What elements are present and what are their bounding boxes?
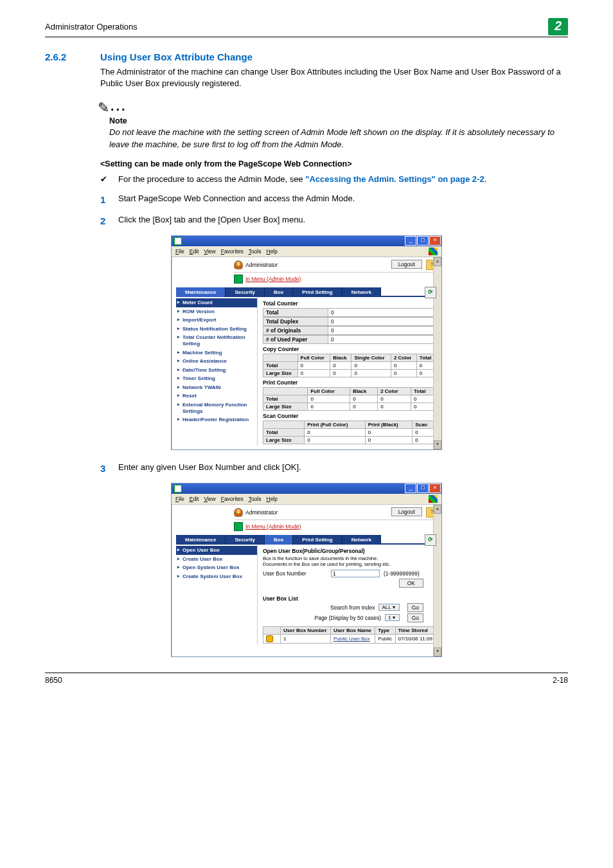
screenshot-2: _ □ × File Edit View Favorites Tools Hel… bbox=[171, 483, 442, 657]
window-buttons: _ □ × bbox=[405, 236, 441, 246]
tab-security[interactable]: Security bbox=[226, 535, 265, 545]
menu-file[interactable]: File bbox=[175, 248, 184, 255]
panel-heading: Copy Counter bbox=[263, 346, 436, 352]
counter-key: Total Duplex bbox=[263, 317, 328, 326]
sidebar-item[interactable]: Status Notification Setting bbox=[176, 325, 257, 334]
menu-favorites[interactable]: Favorites bbox=[221, 248, 244, 255]
admin-label: Administrator bbox=[245, 509, 278, 516]
sidebar-item[interactable]: Reset bbox=[176, 392, 257, 401]
scroll-up-icon[interactable]: ▴ bbox=[434, 505, 441, 514]
chapter-badge: 2 bbox=[548, 18, 568, 35]
tab-print-setting[interactable]: Print Setting bbox=[293, 535, 342, 545]
screenshot-1-container: _ □ × File Edit View Favorites Tools Hel… bbox=[45, 235, 568, 450]
tab-print-setting[interactable]: Print Setting bbox=[293, 287, 342, 297]
go-button-page[interactable]: Go bbox=[407, 613, 423, 622]
sidebar-item[interactable]: Timer Setting bbox=[176, 374, 257, 383]
refresh-button[interactable]: ⟳ bbox=[425, 287, 436, 298]
sidebar-item[interactable]: Network TWAIN bbox=[176, 383, 257, 392]
logout-button[interactable]: Logout bbox=[391, 507, 422, 516]
sidebar-item[interactable]: ROM Version bbox=[176, 307, 257, 316]
logout-button[interactable]: Logout bbox=[391, 260, 422, 269]
scroll-up-icon[interactable]: ▴ bbox=[434, 257, 441, 266]
menu-edit[interactable]: Edit bbox=[190, 496, 199, 502]
scan-counter-table: Print (Full Color) Print (Black) Scan To… bbox=[263, 420, 436, 444]
scroll-down-icon[interactable]: ▾ bbox=[434, 440, 441, 449]
tab-network[interactable]: Network bbox=[342, 535, 382, 545]
menu-file[interactable]: File bbox=[175, 496, 184, 502]
sidebar-item[interactable]: Machine Setting bbox=[176, 348, 257, 357]
mode-link[interactable]: In Menu (Admin Mode) bbox=[245, 276, 301, 282]
menu-help[interactable]: Help bbox=[266, 496, 277, 502]
check-icon: ✔ bbox=[100, 174, 118, 185]
sidebar-item[interactable]: External Memory Function Settings bbox=[176, 401, 257, 415]
minimize-button[interactable]: _ bbox=[405, 484, 416, 493]
ok-button[interactable]: OK bbox=[399, 579, 423, 588]
menu-tools[interactable]: Tools bbox=[249, 496, 262, 502]
sidebar-item[interactable]: Total Counter Notification Setting bbox=[176, 333, 257, 348]
sidebar-item[interactable]: Open System User Box bbox=[176, 563, 257, 572]
admin-label: Administrator bbox=[245, 262, 278, 268]
tab-security[interactable]: Security bbox=[226, 287, 265, 297]
menu-view[interactable]: View bbox=[204, 496, 215, 502]
close-button[interactable]: × bbox=[429, 484, 441, 493]
search-select[interactable]: ALL ▾ bbox=[378, 604, 399, 611]
cell-number: 1 bbox=[281, 634, 331, 643]
page-label: Page (Display by 50 cases) bbox=[315, 615, 381, 621]
tab-network[interactable]: Network bbox=[342, 287, 382, 297]
menu-tools[interactable]: Tools bbox=[249, 248, 262, 255]
scrollbar[interactable]: ▴ ▾ bbox=[433, 505, 441, 656]
user-icon bbox=[234, 508, 243, 517]
tab-box[interactable]: Box bbox=[265, 535, 293, 545]
sidebar-item[interactable]: Import/Export bbox=[176, 316, 257, 325]
cell-time: 07/10/06 11:09 bbox=[395, 634, 436, 643]
mode-link[interactable]: In Menu (Admin Mode) bbox=[245, 523, 301, 530]
minimize-button[interactable]: _ bbox=[405, 236, 416, 246]
user-box-number-input[interactable]: 1 bbox=[331, 570, 380, 577]
sidebar-item[interactable]: Create System User Box bbox=[176, 572, 257, 581]
bullet-item: ✔ For the procedure to access the Admin … bbox=[100, 174, 568, 185]
step-1: 1 Start PageScope Web Connection and acc… bbox=[100, 193, 568, 206]
list-heading: User Box List bbox=[263, 595, 436, 602]
bullet-text-after: . bbox=[484, 174, 487, 184]
search-label: Search from Index bbox=[330, 604, 375, 611]
sidebar-item[interactable]: Meter Count bbox=[176, 298, 257, 307]
sidebar-item[interactable]: Date/Time Setting bbox=[176, 366, 257, 375]
menu-favorites[interactable]: Favorites bbox=[221, 496, 244, 502]
go-button-search[interactable]: Go bbox=[407, 603, 423, 612]
sidebar-item-open-user-box[interactable]: Open User Box bbox=[176, 546, 257, 555]
user-icon bbox=[234, 260, 243, 269]
page-select[interactable]: 1 ▾ bbox=[385, 614, 400, 621]
scrollbar[interactable]: ▴ ▾ bbox=[433, 257, 441, 449]
menu-help[interactable]: Help bbox=[266, 248, 277, 255]
panel-heading: Print Counter bbox=[263, 379, 436, 386]
copy-counter-table: Full Color Black Single Color 2 Color To… bbox=[263, 354, 436, 377]
maximize-button[interactable]: □ bbox=[417, 236, 429, 246]
browser-logo-icon bbox=[429, 248, 438, 255]
refresh-button[interactable]: ⟳ bbox=[425, 534, 436, 546]
col-header: Type bbox=[375, 626, 395, 634]
menu-view[interactable]: View bbox=[204, 248, 215, 255]
screenshot-2-container: _ □ × File Edit View Favorites Tools Hel… bbox=[45, 483, 568, 657]
panel-desc: Box is the function to save documents in… bbox=[263, 556, 436, 561]
tab-maintenance[interactable]: Maintenance bbox=[176, 535, 226, 545]
sidebar-item[interactable]: Online Assistance bbox=[176, 357, 257, 366]
running-header: Administrator Operations 2 bbox=[45, 18, 568, 37]
sidebar: Open User Box Create User Box Open Syste… bbox=[176, 545, 258, 645]
lock-icon bbox=[266, 635, 273, 642]
note-icon-row: ✎ ... bbox=[98, 98, 568, 115]
note-dots: ... bbox=[111, 99, 127, 114]
maximize-button[interactable]: □ bbox=[417, 484, 429, 493]
sidebar-item[interactable]: Create User Box bbox=[176, 555, 257, 564]
user-box-link[interactable]: Public User Box bbox=[333, 636, 370, 642]
tab-maintenance[interactable]: Maintenance bbox=[176, 287, 226, 297]
step-text: Start PageScope Web Connection and acces… bbox=[118, 193, 355, 206]
tab-box[interactable]: Box bbox=[265, 287, 293, 297]
xref-link[interactable]: "Accessing the Admin. Settings" on page … bbox=[305, 174, 484, 184]
sidebar-item[interactable]: Header/Footer Registration bbox=[176, 415, 257, 424]
browser-menubar: File Edit View Favorites Tools Help bbox=[172, 494, 441, 505]
scroll-down-icon[interactable]: ▾ bbox=[434, 647, 441, 656]
user-box-list-table: User Box Number User Box Name Type Time … bbox=[263, 626, 436, 644]
close-button[interactable]: × bbox=[429, 236, 441, 246]
menu-edit[interactable]: Edit bbox=[190, 248, 199, 255]
note-label: Note bbox=[109, 116, 568, 125]
